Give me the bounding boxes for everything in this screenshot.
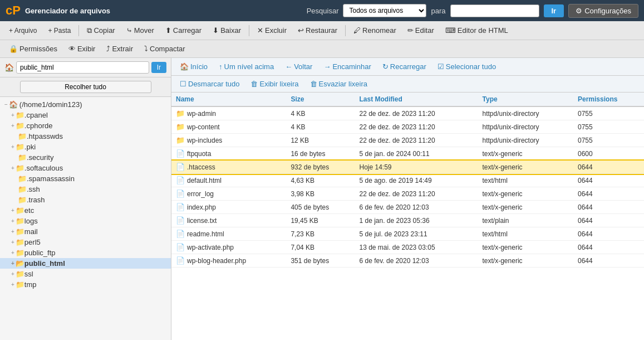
tree-item-security[interactable]: 📁 .security: [0, 152, 171, 163]
search-type-select[interactable]: Todos os arquivos Somente nome Conteúdo …: [343, 4, 426, 17]
tree-label-cpanel: .cpanel: [24, 111, 48, 119]
expand-icon-tmp: +: [11, 281, 14, 288]
table-row[interactable]: 📄readme.html 7,23 KB 5 de jul. de 2023 2…: [171, 227, 644, 241]
cell-modified: 22 de dez. de 2023 11:20: [355, 106, 478, 120]
table-row[interactable]: 📄license.txt 19,45 KB 1 de jan. de 2023 …: [171, 214, 644, 227]
file-tree: − 🏠 (/home1/domin123) + 📁 .cpanel + 📁 .c…: [0, 97, 171, 340]
table-row[interactable]: 📄.htaccess 932 de bytes Hoje 14:59 text/…: [171, 161, 644, 174]
app-title-area: cP Gerenciador de arquivos: [6, 3, 110, 18]
path-bar: 🏠 Ir: [0, 58, 171, 77]
col-type[interactable]: Type: [478, 93, 574, 106]
permissions-button[interactable]: 🔒 Permissões: [4, 42, 62, 55]
select-all-button[interactable]: ☑ Selecionar tudo: [434, 61, 500, 72]
html-editor-icon: ⌨: [445, 26, 456, 35]
delete-button[interactable]: ✕ Excluir: [253, 24, 291, 37]
table-row[interactable]: 📄index.php 405 de bytes 6 de fev. de 202…: [171, 201, 644, 214]
cell-name: 📄license.txt: [171, 214, 286, 227]
tree-item-root[interactable]: − 🏠 (/home1/domin123): [0, 99, 171, 110]
rename-button[interactable]: 🖊 Renomear: [349, 24, 401, 37]
tree-item-mail[interactable]: + 📁 mail: [0, 226, 171, 237]
col-permissions[interactable]: Permissions: [573, 93, 644, 106]
table-row[interactable]: 📁wp-includes 12 KB 22 de dez. de 2023 11…: [171, 134, 644, 147]
table-row[interactable]: 📄error_log 3,98 KB 22 de dez. de 2023 11…: [171, 187, 644, 201]
folder-icon-tmp: 📁: [16, 280, 24, 289]
extract-button[interactable]: ⤴ Extrair: [102, 42, 137, 55]
folder-icon-perl5: 📁: [16, 238, 24, 246]
tree-label-ssh: .ssh: [27, 185, 40, 193]
tree-item-logs[interactable]: + 📁 logs: [0, 216, 171, 226]
move-button[interactable]: ⤷ Mover: [122, 24, 159, 37]
view-button[interactable]: 👁 Exibir: [64, 42, 100, 55]
empty-trash-button[interactable]: 🗑 Esvaziar lixeira: [306, 79, 371, 89]
folder-icon-cphorde: 📁: [16, 122, 24, 130]
upload-button[interactable]: ⬆ Carregar: [161, 24, 206, 37]
tree-item-cpanel[interactable]: + 📁 .cpanel: [0, 110, 171, 120]
back-button[interactable]: ← Voltar: [281, 61, 316, 72]
tree-item-public-ftp[interactable]: + 📁 public_ftp: [0, 247, 171, 258]
cell-type: httpd/unix-directory: [478, 106, 574, 120]
tree-item-ssl[interactable]: + 📁 ssl: [0, 269, 171, 279]
path-input[interactable]: [16, 61, 149, 74]
tree-item-public-html[interactable]: + 📂 public_html: [0, 258, 171, 269]
tree-label-public-ftp: public_ftp: [24, 249, 56, 257]
path-go-button[interactable]: Ir: [151, 62, 166, 73]
tree-item-pki[interactable]: + 📁 .pki: [0, 142, 171, 152]
tree-item-perl5[interactable]: + 📁 perl5: [0, 237, 171, 247]
forward-button[interactable]: → Encaminhar: [319, 61, 375, 72]
tree-item-spamassassin[interactable]: 📁 .spamassassin: [0, 173, 171, 184]
cell-permissions: 0755: [573, 106, 644, 120]
col-size[interactable]: Size: [286, 93, 355, 106]
cell-modified: 6 de fev. de 2020 12:03: [355, 201, 478, 214]
search-input[interactable]: [450, 4, 539, 17]
compress-button[interactable]: ⤵ Compactar: [140, 42, 190, 55]
table-row[interactable]: 📁wp-content 4 KB 22 de dez. de 2023 11:2…: [171, 120, 644, 134]
cell-size: 12 KB: [286, 134, 355, 147]
separator-2: [249, 25, 249, 36]
table-row[interactable]: 📄ftpquota 16 de bytes 5 de jan. de 2024 …: [171, 147, 644, 161]
edit-button[interactable]: ✏ Editar: [403, 24, 439, 37]
cell-name: 📄ftpquota: [171, 147, 286, 161]
tree-item-ssh[interactable]: 📁 .ssh: [0, 184, 171, 195]
folder-icon-mail: 📁: [16, 227, 24, 236]
show-trash-button[interactable]: 🗑 Exibir lixeira: [247, 79, 302, 89]
col-name[interactable]: Name: [171, 93, 286, 106]
upload-icon: ⬆: [165, 26, 171, 35]
tree-label-tmp: tmp: [24, 280, 37, 289]
new-file-button[interactable]: + Arquivo: [4, 25, 41, 37]
restore-button[interactable]: ↩ Restaurar: [293, 24, 342, 37]
html-editor-button[interactable]: ⌨ Editor de HTML: [441, 24, 513, 37]
config-button[interactable]: ⚙ Configurações: [568, 4, 638, 18]
home-nav-button[interactable]: 🏠 Início: [176, 61, 212, 72]
expand-icon-cpanel: +: [11, 112, 14, 118]
up-level-button[interactable]: ↑ Um nível acima: [215, 61, 278, 72]
table-row[interactable]: 📄wp-blog-header.php 351 de bytes 6 de fe…: [171, 254, 644, 268]
search-go-button[interactable]: Ir: [544, 4, 564, 17]
table-row[interactable]: 📁wp-admin 4 KB 22 de dez. de 2023 11:20 …: [171, 106, 644, 120]
tree-item-etc[interactable]: + 📁 etc: [0, 205, 171, 216]
tree-item-trash[interactable]: 📁 .trash: [0, 195, 171, 205]
empty-trash-icon: 🗑: [310, 80, 317, 88]
extract-icon: ⤴: [106, 45, 110, 53]
toolbar-secondary: 🔒 Permissões 👁 Exibir ⤴ Extrair ⤵ Compac…: [0, 40, 644, 58]
tree-item-htpasswds[interactable]: 📁 .htpasswds: [0, 131, 171, 142]
tree-item-tmp[interactable]: + 📁 tmp: [0, 279, 171, 290]
tree-item-cphorde[interactable]: + 📁 .cphorde: [0, 120, 171, 131]
table-row[interactable]: 📄default.html 4,63 KB 5 de ago. de 2019 …: [171, 174, 644, 187]
deselect-all-button[interactable]: ☐ Desmarcar tudo: [176, 79, 243, 89]
file-table: Name Size Last Modified Type Permissions…: [171, 93, 644, 268]
gear-icon: ⚙: [576, 7, 582, 15]
download-button[interactable]: ⬇ Baixar: [208, 24, 245, 37]
navigation-bar: 🏠 Início ↑ Um nível acima ← Voltar → Enc…: [171, 58, 644, 76]
cell-type: text/x-generic: [478, 187, 574, 201]
cell-permissions: 0644: [573, 241, 644, 254]
reload-button[interactable]: ↻ Recarregar: [378, 61, 430, 72]
col-modified[interactable]: Last Modified: [355, 93, 478, 106]
tree-item-softaculous[interactable]: + 📁 .softaculous: [0, 163, 171, 173]
table-row[interactable]: 📄wp-activate.php 7,04 KB 13 de mai. de 2…: [171, 241, 644, 254]
tree-label-trash: .trash: [27, 196, 45, 204]
tree-root-label: (/home1/domin123): [19, 100, 82, 109]
new-folder-button[interactable]: + Pasta: [43, 25, 75, 37]
collapse-all-button[interactable]: Recolher tudo: [20, 81, 151, 93]
copy-button[interactable]: ⧉ Copiar: [82, 24, 119, 37]
cell-modified: Hoje 14:59: [355, 161, 478, 174]
